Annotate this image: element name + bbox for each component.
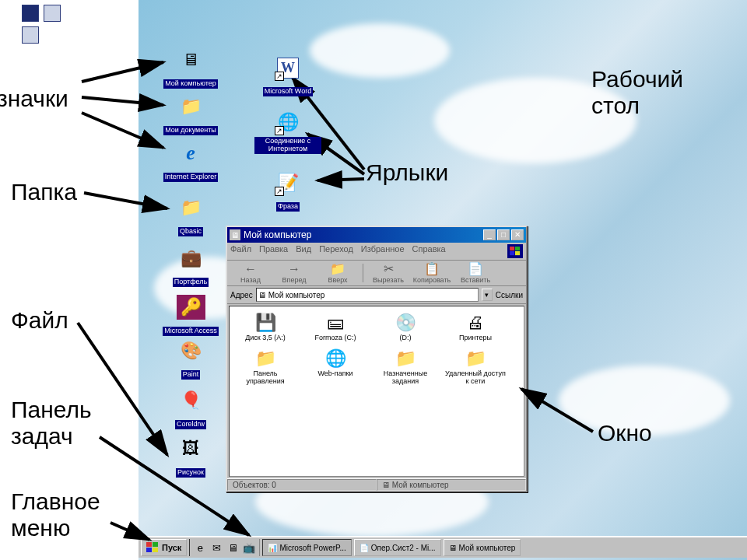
toolbar-Вверх[interactable]: 📁Вверх [317, 262, 358, 284]
toolbar-Вставить[interactable]: 📄Вставить [455, 262, 496, 284]
taskbar[interactable]: Пуск e ✉ 🖥 📺 📊Microsoft PowerP...📄Опер.С… [139, 536, 747, 558]
ie-icon: e [177, 140, 204, 166]
folder-item-icon: 📁 [234, 347, 296, 370]
folder-item-label: Web-папки [304, 370, 366, 378]
desktop-icon-label: Coreldrw [175, 420, 206, 429]
svg-rect-5 [153, 542, 158, 547]
phrase-icon: 📝↗ [275, 170, 301, 196]
links-label[interactable]: Ссылки [496, 291, 523, 299]
folder-item-label: Диск 3,5 (A:) [234, 334, 296, 342]
toolbar-icon: 📁 [317, 262, 358, 276]
anno-folder: Папка [11, 179, 77, 205]
close-button[interactable]: ✕ [511, 229, 524, 240]
internet-conn-icon: 🌐↗ [275, 109, 301, 135]
menu-Избранное[interactable]: Избранное [361, 244, 405, 258]
desktop-icon-my-computer[interactable]: 🖥Мой компьютер [156, 47, 226, 89]
toolbar-Копировать[interactable]: 📋Копировать [412, 262, 452, 284]
toolbar-label: Копировать [412, 276, 452, 284]
corel-icon: 🎈 [177, 387, 204, 414]
start-button[interactable]: Пуск [141, 539, 187, 556]
windows-flag-icon [146, 542, 159, 553]
window-titlebar[interactable]: 🖥 Мой компьютер _ □ ✕ [227, 227, 526, 243]
desktop-shortcut-word[interactable]: W↗Microsoft Word [253, 54, 323, 96]
taskbar-item[interactable]: 📊Microsoft PowerP... [262, 539, 351, 556]
folder-item[interactable]: 📁Панель управления [234, 347, 296, 386]
ql-outlook-icon[interactable]: ✉ [209, 540, 224, 555]
window-toolbar: ←Назад→Вперед📁Вверх✂Вырезать📋Копировать📄… [227, 261, 526, 286]
anno-mainmenu: Главное меню [11, 488, 100, 541]
svg-rect-7 [153, 548, 158, 552]
desktop-shortcut-internet-conn[interactable]: 🌐↗Соединение с Интернетом [253, 109, 323, 154]
toolbar-Назад[interactable]: ←Назад [230, 262, 271, 284]
toolbar-Вырезать[interactable]: ✂Вырезать [368, 262, 409, 284]
desktop-icon-picture[interactable]: 🖼Рисунок [156, 436, 226, 478]
svg-rect-4 [146, 542, 152, 547]
desktop-icon-qbasic[interactable]: 📁Qbasic [156, 194, 226, 236]
window-title-text: Мой компьютер [244, 229, 311, 240]
window-brand-icon [507, 244, 523, 258]
desktop-icon-label: Qbasic [178, 227, 203, 236]
window-icon: 🖥 [230, 229, 240, 240]
desktop-icon-corel[interactable]: 🎈Coreldrw [156, 387, 226, 429]
address-value: Мой компьютер [268, 291, 325, 299]
desktop-icon-my-documents[interactable]: 📁Мои документы [156, 93, 226, 135]
toolbar-icon: 📋 [412, 262, 452, 276]
address-bar: Адрес 🖥 Мой компьютер ▾ Ссылки [227, 286, 526, 304]
folder-item-label: (D:) [374, 334, 437, 342]
anno-window: Окно [598, 420, 652, 446]
taskbar-item[interactable]: 📄Опер.Сист2 - Mi... [354, 539, 441, 556]
menu-Справка[interactable]: Справка [412, 244, 446, 258]
desktop-icon-label: Paint [181, 370, 201, 380]
word-icon: W↗ [275, 54, 301, 81]
anno-taskbar: Панель задач [11, 397, 92, 450]
toolbar-label: Вырезать [368, 276, 409, 284]
folder-item[interactable]: 💿(D:) [374, 311, 437, 342]
folder-item[interactable]: 🖨Принтеры [444, 311, 507, 342]
ql-desktop-icon[interactable]: 🖥 [225, 540, 240, 555]
desktop-icon-label: Мои документы [163, 126, 218, 135]
status-left: Объектов: 0 [227, 479, 377, 491]
svg-rect-3 [515, 251, 520, 255]
folder-item-label: Удаленный доступ к сети [444, 370, 507, 386]
menu-Правка[interactable]: Правка [259, 244, 288, 258]
desktop-icon-label: Internet Explorer [163, 173, 219, 182]
desktop-icon-label: Microsoft Word [263, 87, 313, 96]
qbasic-icon: 📁 [177, 194, 204, 221]
shortcut-arrow-icon: ↗ [275, 187, 284, 196]
my-computer-icon: 🖥 [177, 47, 204, 73]
explorer-window[interactable]: 🖥 Мой компьютер _ □ ✕ ФайлПравкаВидПерех… [226, 226, 528, 492]
folder-item[interactable]: 🖴Formoza (C:) [304, 311, 366, 342]
minimize-button[interactable]: _ [483, 229, 496, 240]
address-label: Адрес [230, 291, 253, 299]
taskbar-item[interactable]: 🖥Мой компьютер [444, 539, 521, 556]
menu-Переход[interactable]: Переход [319, 244, 353, 258]
window-menubar[interactable]: ФайлПравкаВидПереходИзбранноеСправка [227, 243, 526, 261]
desktop-shortcut-phrase[interactable]: 📝↗Фраза [253, 170, 323, 212]
folder-item-label: Принтеры [444, 334, 507, 342]
folder-item[interactable]: 💾Диск 3,5 (A:) [234, 311, 296, 342]
desktop-icon-access[interactable]: 🔑Microsoft Access [156, 294, 226, 336]
desktop-icon-label: Портфель [173, 278, 209, 287]
desktop-icon-ie[interactable]: eInternet Explorer [156, 140, 226, 182]
ql-channels-icon[interactable]: 📺 [241, 540, 257, 555]
toolbar-Вперед[interactable]: →Вперед [274, 262, 314, 284]
desktop-icon-label: Microsoft Access [163, 327, 219, 336]
folder-item[interactable]: 📁Назначенные задания [374, 347, 437, 386]
address-dropdown[interactable]: ▾ [482, 289, 493, 301]
address-combo[interactable]: 🖥 Мой компьютер [256, 288, 479, 302]
folder-item[interactable]: 🌐Web-папки [304, 347, 366, 386]
taskbar-item-label: Мой компьютер [459, 544, 516, 552]
menu-Файл[interactable]: Файл [230, 244, 251, 258]
maximize-button[interactable]: □ [497, 229, 510, 240]
folder-item-icon: 🖨 [444, 311, 507, 334]
menu-Вид[interactable]: Вид [296, 244, 311, 258]
folder-item[interactable]: 📁Удаленный доступ к сети [444, 347, 507, 386]
svg-rect-0 [510, 247, 514, 250]
desktop-icon-briefcase[interactable]: 💼Портфель [156, 245, 226, 287]
desktop-icon-label: Фраза [276, 202, 300, 212]
taskbar-item-icon: 📊 [268, 544, 277, 552]
toolbar-label: Вперед [274, 276, 314, 284]
my-documents-icon: 📁 [177, 93, 204, 120]
ql-ie-icon[interactable]: e [192, 540, 208, 555]
desktop-icon-paint[interactable]: 🎨Paint [156, 338, 226, 380]
